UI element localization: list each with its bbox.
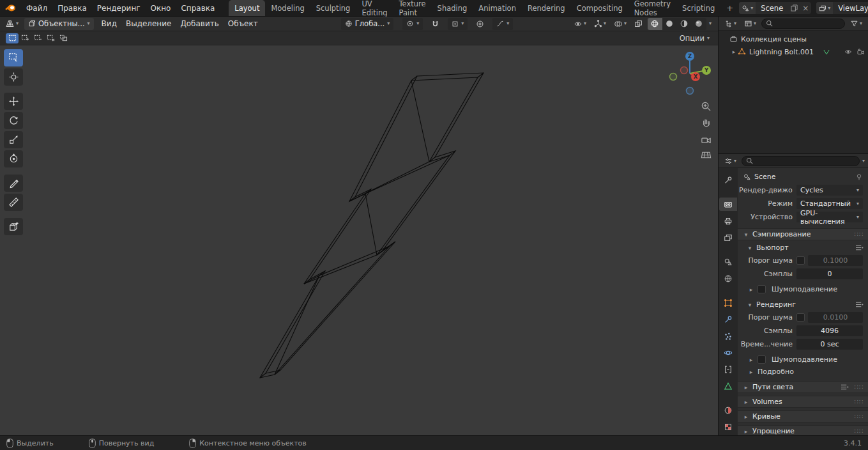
tab-tool-properties[interactable] [719,173,737,187]
tab-viewlayer-properties[interactable] [719,231,737,244]
workspace-tab-uv-editing[interactable]: UV Editing [356,0,393,16]
pivot-point-dropdown[interactable]: ▾ [402,18,423,30]
proportional-falloff-dropdown[interactable]: ▾ [492,18,513,30]
workspace-tab-texture-paint[interactable]: Texture Paint [393,0,431,16]
tool-move[interactable] [4,93,23,110]
outliner-editor-type-button[interactable]: ▾ [722,17,739,29]
tool-select-box[interactable] [4,49,23,66]
select-mode-intersect-button[interactable] [57,33,70,43]
snap-target-dropdown[interactable]: ▾ [448,18,468,30]
panel-drag-dots[interactable]: ∷∷ [854,384,864,391]
properties-search-input[interactable] [742,156,860,166]
editor-type-button[interactable]: ▾ [3,18,21,30]
workspace-tab-layout[interactable]: Layout [229,0,265,16]
tab-material-properties[interactable] [719,403,737,417]
viewport-3d[interactable]: X Y Z [0,45,718,435]
simplify-panel-header[interactable]: ▸ Упрощение ∷∷ [738,425,868,435]
workspace-tab-modeling[interactable]: Modeling [265,0,310,16]
panel-drag-dots[interactable]: ∷∷ [854,398,864,405]
workspace-tab-geometry-nodes[interactable]: Geometry Nodes [628,0,676,16]
transform-orientation-dropdown[interactable]: Глоба... ▾ [341,18,394,30]
viewlayer-name-field[interactable]: ViewLayer [833,4,868,13]
render-noise-threshold-checkbox[interactable] [796,313,805,322]
shading-solid-button[interactable] [662,18,677,30]
snap-toggle-button[interactable] [429,18,442,30]
view-navigation-gizmo[interactable]: X Y Z [666,49,714,98]
light-paths-panel-header[interactable]: ▸ Пути света ∷∷ [738,381,868,393]
add-workspace-button[interactable]: + [720,0,739,16]
pin-icon[interactable] [855,173,863,181]
workspace-tab-rendering[interactable]: Rendering [522,0,571,16]
volumes-panel-header[interactable]: ▸ Volumes ∷∷ [738,396,868,408]
properties-editor-type-button[interactable]: ▾ [722,155,739,167]
outliner-search-input[interactable] [761,19,845,29]
tool-options-dropdown[interactable]: Опции ▾ [680,34,712,43]
tool-measure[interactable] [4,194,23,211]
tab-world-properties[interactable] [719,272,737,285]
pan-view-button[interactable] [699,115,713,129]
menu-select[interactable]: Выделение [121,19,176,28]
tab-constraint-properties[interactable] [719,362,737,376]
workspace-tab-sculpting[interactable]: Sculpting [310,0,356,16]
tool-transform[interactable] [4,150,23,167]
viewport-samples-field[interactable]: 0 [796,268,863,279]
device-dropdown[interactable]: GPU-вычисления ▾ [796,212,863,222]
tool-rotate[interactable] [4,112,23,129]
menu-add[interactable]: Добавить [176,19,223,28]
shading-material-button[interactable] [677,18,692,30]
unlink-scene-button[interactable]: × [800,2,811,14]
hide-eye-icon[interactable] [844,48,853,56]
curves-panel-header[interactable]: ▸ Кривые ∷∷ [738,410,868,423]
menu-view[interactable]: Вид [97,19,121,28]
tab-physics-properties[interactable] [719,346,737,359]
tool-cursor[interactable] [4,68,23,86]
menu-window[interactable]: Окно [146,0,176,16]
render-denoise-subpanel[interactable]: ▸ Шумоподавление [738,353,868,366]
zoom-view-button[interactable] [699,99,713,113]
outliner-display-mode-button[interactable]: ▾ [742,17,759,29]
tab-scene-properties[interactable] [719,255,737,268]
outliner-row-lightning-bolt[interactable]: ▸ Lightning Bolt.001 [719,45,868,58]
presets-menu-icon[interactable] [841,384,849,391]
tab-texture-properties[interactable] [719,420,737,433]
menu-render[interactable]: Рендеринг [92,0,146,16]
menu-file[interactable]: Файл [21,0,52,16]
viewport-canvas[interactable] [0,45,718,435]
time-limit-field[interactable]: 0 sec [796,339,863,350]
feature-set-dropdown[interactable]: Стандартный ▾ [796,198,863,209]
workspace-tab-scripting[interactable]: Scripting [676,0,720,16]
tool-scale[interactable] [4,131,23,148]
disclosure-icon[interactable]: ▸ [730,49,738,55]
viewport-noise-threshold-field[interactable]: 0.1000 [808,255,863,266]
tool-annotate[interactable] [4,175,23,192]
render-noise-threshold-field[interactable]: 0.0100 [808,312,863,323]
shading-wireframe-button[interactable] [648,18,662,30]
select-mode-extend-button[interactable] [19,33,31,43]
sampling-panel-header[interactable]: ▾ Сэмплирование ∷∷ [738,228,868,240]
axis-y-negative-ball[interactable] [670,74,677,81]
select-mode-invert-button[interactable] [44,33,57,43]
object-type-visibility-dropdown[interactable]: ▾ [571,18,589,30]
mode-dropdown[interactable]: Объектны... ▾ [24,18,94,30]
browse-scene-button[interactable]: ▾ [739,2,756,14]
overlays-dropdown[interactable]: ▾ [611,18,629,30]
chevron-down-icon[interactable]: ▾ [862,159,865,164]
tool-add-cube[interactable] [4,218,23,235]
tab-particle-properties[interactable] [719,329,737,343]
select-mode-subtract-button[interactable] [31,33,44,43]
tab-render-properties[interactable] [719,198,737,211]
viewport-subpanel-header[interactable]: ▾ Вьюпорт [738,242,868,254]
presets-menu-icon[interactable] [855,301,864,308]
browse-viewlayer-button[interactable]: ▾ [816,2,833,14]
tab-modifier-properties[interactable] [719,313,737,326]
xray-toggle-button[interactable] [632,18,645,30]
outliner-filter-button[interactable]: ▾ [848,17,865,29]
panel-drag-dots[interactable]: ∷∷ [854,413,864,420]
menu-help[interactable]: Справка [176,0,220,16]
workspace-tab-compositing[interactable]: Compositing [571,0,628,16]
toggle-perspective-button[interactable] [699,148,713,162]
outliner-row-scene-collection[interactable]: Коллекция сцены [719,33,868,45]
scene-name-field[interactable]: Scene [756,4,788,13]
render-samples-field[interactable]: 4096 [796,325,863,336]
tab-output-properties[interactable] [719,214,737,228]
